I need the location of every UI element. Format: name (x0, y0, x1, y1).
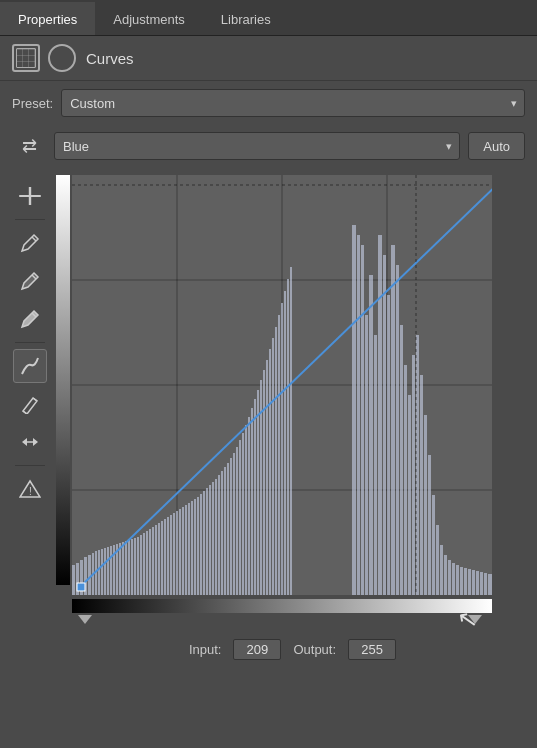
preset-row: Preset: Custom Default Strong Contrast L… (0, 81, 537, 125)
svg-rect-43 (158, 523, 160, 595)
svg-rect-86 (287, 279, 289, 595)
svg-rect-67 (230, 458, 232, 595)
svg-rect-31 (122, 542, 124, 595)
svg-rect-99 (400, 325, 403, 595)
channel-select[interactable]: RGB Red Green Blue (54, 132, 460, 160)
preset-select-wrapper: Custom Default Strong Contrast Linear Co… (61, 89, 525, 117)
svg-rect-75 (254, 399, 256, 595)
svg-rect-68 (233, 453, 235, 595)
svg-rect-107 (432, 495, 435, 595)
svg-rect-70 (239, 440, 241, 595)
warning-tool[interactable]: ! (13, 472, 47, 506)
svg-rect-102 (412, 355, 415, 595)
black-point-triangle[interactable] (78, 615, 92, 624)
svg-rect-117 (472, 570, 475, 595)
curves-circle-icon[interactable] (48, 44, 76, 72)
svg-rect-73 (248, 417, 250, 595)
svg-rect-69 (236, 447, 238, 595)
svg-rect-120 (484, 573, 487, 595)
redistribute-tool[interactable] (13, 425, 47, 459)
svg-rect-42 (155, 525, 157, 595)
svg-rect-30 (119, 543, 121, 595)
svg-rect-95 (383, 255, 386, 595)
svg-rect-64 (221, 471, 223, 595)
svg-rect-119 (480, 572, 483, 595)
svg-rect-27 (110, 546, 112, 595)
svg-rect-23 (98, 550, 100, 595)
toolbar-separator-2 (15, 342, 45, 343)
svg-rect-20 (88, 555, 91, 595)
eyedropper-black-tool[interactable] (13, 226, 47, 260)
auto-button[interactable]: Auto (468, 132, 525, 160)
svg-rect-38 (143, 533, 145, 595)
curve-tool[interactable] (13, 349, 47, 383)
tab-bar: Properties Adjustments Libraries (0, 0, 537, 36)
svg-rect-121 (488, 574, 492, 595)
pencil-tool[interactable] (13, 387, 47, 421)
svg-rect-32 (125, 541, 127, 595)
output-label: Output: (293, 642, 336, 657)
svg-rect-109 (440, 545, 443, 595)
svg-rect-92 (369, 275, 373, 595)
input-value[interactable]: 209 (233, 639, 281, 660)
slider-area[interactable] (70, 613, 490, 629)
svg-rect-47 (170, 515, 172, 595)
curves-graph[interactable] (72, 175, 492, 595)
channel-curves-tool[interactable] (10, 179, 51, 213)
io-row: Input: 209 Output: 255 (56, 629, 529, 668)
svg-text:!: ! (29, 486, 32, 497)
svg-rect-48 (173, 513, 175, 595)
svg-rect-57 (200, 494, 202, 595)
svg-line-2 (32, 237, 36, 241)
svg-rect-94 (378, 235, 382, 595)
svg-rect-60 (209, 485, 211, 595)
panel-title: Curves (86, 50, 134, 67)
svg-rect-89 (357, 235, 360, 595)
svg-rect-59 (206, 488, 208, 595)
svg-rect-49 (176, 511, 178, 595)
tab-adjustments[interactable]: Adjustments (95, 2, 203, 35)
eyedropper-gray-tool[interactable] (13, 264, 47, 298)
svg-rect-104 (420, 375, 423, 595)
svg-rect-36 (137, 537, 139, 595)
svg-rect-33 (128, 540, 130, 595)
toolbar-separator-3 (15, 465, 45, 466)
svg-line-6 (23, 411, 27, 414)
svg-rect-96 (387, 295, 390, 595)
svg-rect-51 (182, 507, 184, 595)
svg-rect-79 (266, 360, 268, 595)
svg-rect-76 (257, 390, 259, 595)
input-label: Input: (189, 642, 222, 657)
svg-rect-26 (107, 547, 109, 595)
svg-rect-87 (290, 267, 292, 595)
svg-rect-85 (284, 291, 286, 595)
tab-libraries[interactable]: Libraries (203, 2, 289, 35)
svg-line-5 (33, 398, 37, 401)
preset-select[interactable]: Custom Default Strong Contrast Linear Co… (61, 89, 525, 117)
curves-grid-icon[interactable] (12, 44, 40, 72)
svg-rect-83 (278, 315, 280, 595)
svg-rect-93 (374, 335, 377, 595)
preset-label: Preset: (12, 96, 53, 111)
eyedropper-white-tool[interactable] (13, 302, 47, 336)
tab-properties[interactable]: Properties (0, 2, 95, 35)
svg-rect-37 (140, 535, 142, 595)
svg-rect-111 (448, 560, 451, 595)
svg-rect-124 (77, 583, 85, 591)
svg-rect-24 (101, 549, 103, 595)
svg-rect-25 (104, 548, 106, 595)
white-point-triangle[interactable] (468, 615, 482, 624)
svg-rect-82 (275, 327, 277, 595)
svg-rect-50 (179, 509, 181, 595)
output-value[interactable]: 255 (348, 639, 396, 660)
svg-rect-52 (185, 505, 187, 595)
svg-rect-45 (164, 519, 166, 595)
svg-rect-66 (227, 463, 229, 595)
svg-rect-108 (436, 525, 439, 595)
main-area: ! (0, 171, 537, 676)
svg-rect-116 (468, 569, 471, 595)
input-gradient-strip (72, 599, 492, 613)
svg-rect-54 (191, 501, 193, 595)
svg-rect-114 (460, 567, 463, 595)
channel-curves-icon[interactable]: ⇄ (12, 129, 46, 163)
